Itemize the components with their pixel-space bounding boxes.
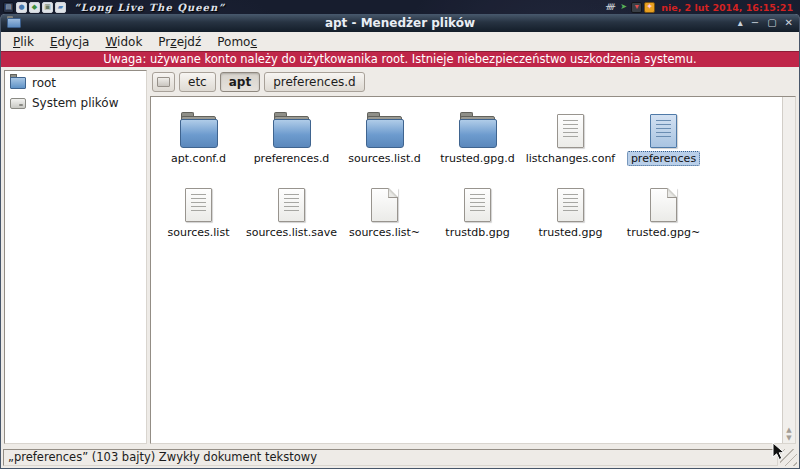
web-browser-icon[interactable]: ● — [16, 2, 27, 13]
close-button[interactable]: ✕ — [785, 15, 793, 31]
menu-pomoc[interactable]: Pomoc — [209, 34, 265, 50]
filesystem-root-button[interactable] — [152, 72, 175, 92]
file-item[interactable]: sources.list~ — [338, 181, 431, 251]
file-label: preferences.d — [250, 151, 334, 166]
filesystem-icon — [157, 77, 170, 87]
sidebar-item-label: root — [32, 76, 56, 90]
mail-notifier-icon[interactable]: ▾ — [631, 2, 642, 13]
file-label: trustdb.gpg — [441, 225, 513, 240]
path-button-etc[interactable]: etc — [179, 72, 216, 92]
file-item-selected[interactable]: preferences — [617, 107, 710, 177]
network-signal-icon[interactable]: ᚎ — [605, 2, 616, 13]
vertical-scrollbar[interactable]: ▲ ▼ — [782, 97, 795, 443]
notification-icon[interactable]: ✦ — [644, 2, 655, 13]
file-item[interactable]: trusted.gpg — [524, 181, 617, 251]
folder-icon — [366, 119, 404, 148]
file-label: sources.list.d — [344, 151, 424, 166]
file-label: listchanges.conf — [522, 151, 620, 166]
menu-przejdz[interactable]: Przejdź — [150, 34, 209, 50]
folder-icon — [273, 119, 311, 148]
text-file-icon — [557, 188, 584, 222]
file-manager-window: apt - Menedżer plików ▴ − ▢ ✕ Plik Edycj… — [0, 14, 800, 469]
drive-icon — [10, 98, 26, 109]
text-file-icon — [278, 188, 305, 222]
root-warning-banner: Uwaga: używane konto należy do użytkowan… — [1, 51, 799, 67]
app-launcher-icon[interactable]: ◆ — [29, 2, 40, 13]
file-item[interactable]: preferences.d — [245, 107, 338, 177]
status-text: „preferences” (103 bajty) Zwykły dokumen… — [3, 449, 778, 466]
file-label: preferences — [627, 151, 700, 166]
icon-grid: apt.conf.d preferences.d sources.list.d — [152, 107, 712, 255]
titlebar[interactable]: apt - Menedżer plików ▴ − ▢ ✕ — [1, 14, 799, 32]
scrollbar-up-icon[interactable]: ▲ — [786, 426, 791, 434]
file-label: sources.list — [164, 225, 234, 240]
resize-grip[interactable] — [780, 449, 797, 466]
image-viewer-icon[interactable]: ▣ — [42, 2, 53, 13]
file-item[interactable]: trustdb.gpg — [431, 181, 524, 251]
status-bar: „preferences” (103 bajty) Zwykły dokumen… — [1, 447, 799, 468]
file-item[interactable]: trusted.gpg~ — [617, 181, 710, 251]
sidebar-item-label: System plików — [32, 96, 119, 110]
shade-button[interactable]: ▴ — [738, 15, 743, 31]
backup-file-icon — [650, 188, 677, 222]
backup-file-icon — [371, 188, 398, 222]
sidebar-item-root[interactable]: root — [5, 73, 146, 93]
menu-edycja[interactable]: Edycja — [42, 34, 98, 50]
file-item[interactable]: listchanges.conf — [524, 107, 617, 177]
file-manager-icon[interactable]: ▰ — [55, 2, 66, 13]
text-file-icon — [464, 188, 491, 222]
text-file-icon — [185, 188, 212, 222]
maximize-button[interactable]: ▢ — [767, 15, 776, 31]
sidebar-item-filesystem[interactable]: System plików — [5, 93, 146, 113]
file-label: sources.list~ — [345, 225, 424, 240]
file-label: trusted.gpg~ — [623, 225, 704, 240]
path-button-apt[interactable]: apt — [220, 72, 260, 92]
menu-widok[interactable]: Widok — [97, 34, 150, 50]
system-tray: ᚎ ➤ ▾ ✦ — [603, 2, 655, 13]
wallpaper-text: “Long Live The Queen” — [74, 2, 225, 13]
desktop-panel: ▤ ● ◆ ▣ ▰ “Long Live The Queen” ᚎ ➤ ▾ ✦ … — [0, 0, 800, 14]
path-button-preferences-d[interactable]: preferences.d — [264, 72, 365, 92]
file-label: trusted.gpg — [534, 225, 606, 240]
file-view[interactable]: apt.conf.d preferences.d sources.list.d — [150, 96, 796, 444]
file-label: apt.conf.d — [167, 151, 230, 166]
text-file-icon — [557, 114, 584, 148]
window-folder-icon — [7, 18, 21, 28]
file-item[interactable]: sources.list — [152, 181, 245, 251]
file-label: trusted.gpg.d — [436, 151, 519, 166]
folder-icon — [459, 119, 497, 148]
file-item[interactable]: sources.list.save — [245, 181, 338, 251]
desktop: ▤ ● ◆ ▣ ▰ “Long Live The Queen” ᚎ ➤ ▾ ✦ … — [0, 0, 800, 469]
panel-clock[interactable]: nie, 2 lut 2014, 16:15:21 — [661, 2, 793, 13]
file-item[interactable]: trusted.gpg.d — [431, 107, 524, 177]
minimize-button[interactable]: − — [751, 15, 759, 31]
scrollbar-down-icon[interactable]: ▼ — [786, 434, 791, 442]
file-item[interactable]: sources.list.d — [338, 107, 431, 177]
file-item[interactable]: apt.conf.d — [152, 107, 245, 177]
menubar: Plik Edycja Widok Przejdź Pomoc — [1, 32, 799, 51]
path-bar: etc apt preferences.d — [150, 70, 796, 96]
folder-icon — [180, 119, 218, 148]
menu-plik[interactable]: Plik — [5, 34, 42, 50]
places-sidebar: root System plików — [4, 70, 147, 444]
window-title: apt - Menedżer plików — [1, 16, 799, 30]
home-folder-icon — [10, 77, 26, 89]
update-arrow-icon[interactable]: ➤ — [618, 2, 629, 13]
text-file-icon — [650, 114, 677, 148]
panel-menu-icon[interactable]: ▤ — [3, 2, 14, 13]
file-label: sources.list.save — [242, 225, 341, 240]
